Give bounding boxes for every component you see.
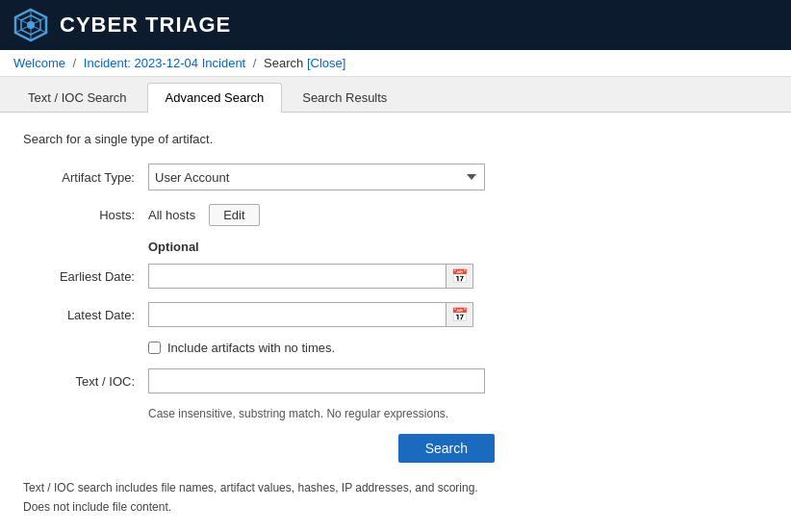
include-no-times-checkbox[interactable]: [148, 342, 161, 354]
breadcrumb-sep2: /: [253, 56, 257, 70]
breadcrumb-incident[interactable]: Incident: 2023-12-04 Incident: [84, 56, 245, 70]
tab-search-results[interactable]: Search Results: [284, 83, 405, 112]
earliest-date-label: Earliest Date:: [23, 269, 148, 284]
tab-text-ioc[interactable]: Text / IOC Search: [10, 83, 145, 112]
breadcrumb-close[interactable]: [Close]: [307, 56, 345, 70]
latest-date-control: 📅: [148, 302, 552, 327]
breadcrumb-search: Search: [264, 56, 303, 70]
svg-point-5: [27, 21, 35, 29]
hosts-value: All hosts: [148, 208, 195, 222]
main-content: Search for a single type of artifact. Ar…: [0, 113, 791, 532]
artifact-type-control: User Account File Network Connection Pro…: [148, 164, 552, 190]
optional-heading: Optional: [148, 240, 768, 254]
hint-text: Case insensitive, substring match. No re…: [148, 407, 768, 420]
app-title: CYBER TRIAGE: [60, 13, 231, 38]
latest-date-row: Latest Date: 📅: [23, 302, 768, 327]
breadcrumb-welcome[interactable]: Welcome: [13, 56, 65, 70]
text-ioc-input[interactable]: [148, 368, 485, 393]
calendar-icon-2: 📅: [451, 307, 468, 322]
hosts-label: Hosts:: [23, 208, 148, 222]
app-header: CYBER TRIAGE: [0, 0, 791, 50]
search-button-row: Search: [23, 434, 495, 463]
artifact-type-select[interactable]: User Account File Network Connection Pro…: [148, 164, 485, 190]
earliest-date-control: 📅: [148, 264, 552, 289]
edit-hosts-button[interactable]: Edit: [209, 204, 259, 226]
form-description: Search for a single type of artifact.: [23, 132, 768, 146]
text-ioc-row: Text / IOC:: [23, 368, 768, 393]
text-ioc-control: [148, 368, 552, 393]
footer-note: Text / IOC search includes file names, a…: [23, 478, 768, 518]
earliest-date-calendar-button[interactable]: 📅: [447, 264, 473, 289]
tab-bar: Text / IOC Search Advanced Search Search…: [0, 77, 791, 113]
earliest-date-input[interactable]: [148, 264, 447, 289]
footer-line1: Text / IOC search includes file names, a…: [23, 478, 768, 497]
footer-line2: Does not include file content.: [23, 497, 768, 517]
latest-date-label: Latest Date:: [23, 308, 148, 322]
earliest-date-row: Earliest Date: 📅: [23, 264, 768, 289]
text-ioc-label: Text / IOC:: [23, 374, 148, 389]
tab-advanced-search[interactable]: Advanced Search: [147, 83, 283, 113]
artifact-type-label: Artifact Type:: [23, 170, 148, 185]
breadcrumb: Welcome / Incident: 2023-12-04 Incident …: [0, 50, 791, 77]
calendar-icon: 📅: [451, 268, 468, 284]
include-no-times-label[interactable]: Include artifacts with no times.: [167, 341, 335, 355]
latest-date-calendar-button[interactable]: 📅: [447, 302, 473, 327]
artifact-type-row: Artifact Type: User Account File Network…: [23, 164, 768, 190]
include-no-times-row: Include artifacts with no times.: [148, 341, 768, 355]
latest-date-input[interactable]: [148, 302, 447, 327]
app-logo-icon: [13, 8, 48, 42]
hosts-row: Hosts: All hosts Edit: [23, 204, 768, 226]
search-button[interactable]: Search: [398, 434, 495, 463]
breadcrumb-sep1: /: [73, 56, 77, 70]
